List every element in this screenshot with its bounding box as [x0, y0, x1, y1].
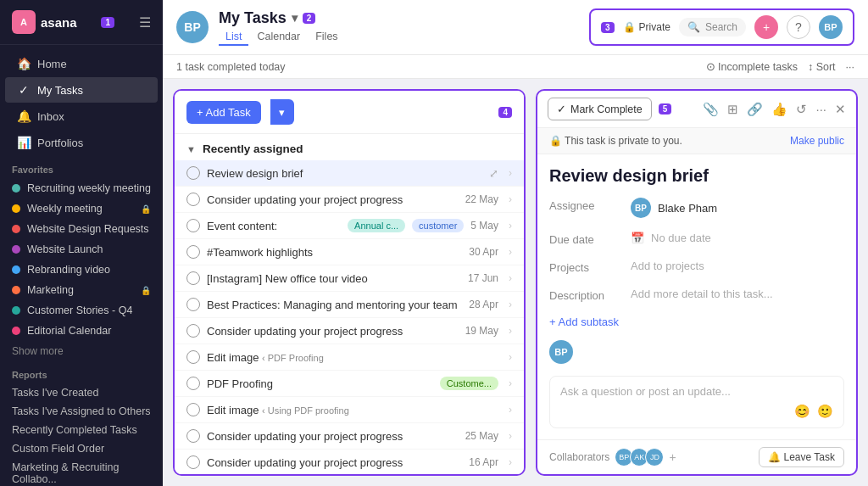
- emoji-icon[interactable]: 😊: [794, 404, 810, 419]
- due-date-value[interactable]: 📅 No due date: [631, 232, 711, 244]
- favorite-item-0[interactable]: Recruiting weekly meeting: [0, 178, 163, 198]
- asana-logo: A asana: [12, 10, 77, 34]
- task-row[interactable]: Consider updating your project progress …: [175, 423, 524, 450]
- favorite-item-2[interactable]: Website Design Requests: [0, 219, 163, 239]
- task-name-8: PDF Proofing: [207, 377, 433, 390]
- expand-icon-0: ⤢: [489, 167, 498, 180]
- assignee-value[interactable]: BP Blake Pham: [631, 198, 717, 218]
- task-chevron-11: ›: [509, 456, 512, 468]
- assignee-name: Blake Pham: [658, 202, 717, 215]
- comment-input[interactable]: Ask a question or post an update...: [560, 385, 787, 419]
- show-more-link[interactable]: Show more: [0, 341, 163, 361]
- report-item-3[interactable]: Custom Field Order: [0, 439, 163, 458]
- like-icon[interactable]: 👍: [771, 102, 787, 117]
- leave-task-button[interactable]: 🔔 Leave Task: [759, 447, 844, 467]
- task-row[interactable]: Consider updating your project progress …: [175, 318, 524, 344]
- more-icon[interactable]: ···: [815, 102, 826, 116]
- sidebar-item-portfolios[interactable]: 📊 Portfolios: [5, 130, 158, 155]
- projects-value[interactable]: Add to projects: [631, 260, 704, 272]
- sidebar-item-home[interactable]: 🏠 Home: [5, 51, 158, 76]
- task-checkbox-2[interactable]: [186, 219, 200, 232]
- task-row[interactable]: Consider updating your project progress …: [175, 450, 524, 476]
- task-row[interactable]: PDF Proofing Custome... ›: [175, 371, 524, 397]
- task-checkbox-5[interactable]: [186, 298, 200, 311]
- close-icon[interactable]: ✕: [835, 102, 846, 117]
- task-row[interactable]: [Instagram] New office tour video 17 Jun…: [175, 265, 524, 292]
- refresh-icon[interactable]: ↺: [796, 102, 807, 117]
- link-icon[interactable]: 🔗: [747, 102, 763, 117]
- task-checkbox-7[interactable]: [186, 350, 200, 364]
- task-row[interactable]: Consider updating your project progress …: [175, 187, 524, 213]
- subtask-icon[interactable]: ⊞: [727, 102, 738, 117]
- add-task-button[interactable]: + Add Task: [186, 101, 261, 124]
- task-checkbox-9[interactable]: [186, 403, 200, 416]
- mark-complete-button[interactable]: ✓ Mark Complete: [548, 98, 652, 120]
- section-recently-assigned[interactable]: ▼ Recently assigned: [175, 134, 524, 160]
- sidebar-item-inbox[interactable]: 🔔 Inbox: [5, 103, 158, 129]
- make-public-link[interactable]: Make public: [790, 135, 844, 147]
- task-checkbox-6[interactable]: [186, 324, 200, 338]
- favorite-item-6[interactable]: Customer Stories - Q4: [0, 300, 163, 321]
- help-button[interactable]: ?: [787, 15, 810, 39]
- comment-avatar: BP: [549, 340, 573, 364]
- detail-icons: 📎 ⊞ 🔗 👍 ↺ ··· ✕: [703, 102, 846, 117]
- favorite-dot-0: [12, 184, 20, 193]
- smile-icon[interactable]: 🙂: [817, 404, 833, 419]
- task-row[interactable]: Edit image ‹ Using PDF proofing ›: [175, 397, 524, 423]
- favorite-item-4[interactable]: Rebranding video: [0, 260, 163, 280]
- task-checkbox-10[interactable]: [186, 429, 200, 443]
- task-row[interactable]: #Teamwork highlights 30 Apr ›: [175, 239, 524, 265]
- more-options-button[interactable]: ···: [846, 61, 854, 73]
- add-button[interactable]: +: [754, 15, 778, 39]
- add-task-dropdown-button[interactable]: ▾: [270, 99, 294, 125]
- task-chevron-10: ›: [509, 430, 512, 442]
- report-item-1[interactable]: Tasks I've Assigned to Others: [0, 402, 163, 421]
- search-icon: 🔍: [687, 21, 700, 33]
- home-icon: 🏠: [17, 57, 31, 70]
- task-date-1: 22 May: [465, 193, 498, 205]
- title-dropdown-arrow[interactable]: ▾: [292, 11, 298, 25]
- task-list-header: + Add Task ▾ 4: [175, 91, 524, 134]
- report-item-0[interactable]: Tasks I've Created: [0, 383, 163, 402]
- task-checkbox-0[interactable]: [186, 166, 200, 180]
- task-row[interactable]: Review design brief ⤢ ›: [175, 160, 524, 187]
- attachment-icon[interactable]: 📎: [703, 102, 719, 117]
- favorite-item-1[interactable]: Weekly meeting 🔒: [0, 198, 163, 219]
- add-collaborator-button[interactable]: +: [669, 450, 676, 464]
- favorite-item-7[interactable]: Editorial Calendar: [0, 321, 163, 341]
- tab-files[interactable]: Files: [309, 29, 344, 46]
- tab-calendar[interactable]: Calendar: [250, 29, 307, 46]
- task-checkbox-11[interactable]: [186, 455, 200, 469]
- favorite-item-3[interactable]: Website Launch: [0, 239, 163, 260]
- search-box[interactable]: 🔍 Search: [679, 18, 746, 36]
- comment-area[interactable]: Ask a question or post an update... 😊 🙂: [549, 376, 844, 428]
- assignee-label: Assignee: [549, 198, 617, 212]
- sort-button[interactable]: ↕ Sort: [808, 61, 836, 73]
- incomplete-icon: ⊙: [706, 61, 715, 73]
- task-name-10: Consider updating your project progress: [207, 430, 459, 443]
- task-chevron-8: ›: [509, 377, 512, 389]
- hamburger-icon[interactable]: ☰: [139, 14, 151, 31]
- collaborator-avatars: BP AK JD: [615, 448, 664, 466]
- incomplete-tasks-filter[interactable]: ⊙ Incomplete tasks: [706, 60, 798, 73]
- projects-field: Projects Add to projects: [537, 253, 856, 281]
- favorite-item-5[interactable]: Marketing 🔒: [0, 280, 163, 300]
- report-item-4[interactable]: Marketing & Recruiting Collabo...: [0, 458, 163, 486]
- my-tasks-icon: ✓: [17, 83, 31, 97]
- description-value[interactable]: Add more detail to this task...: [631, 288, 773, 300]
- task-row[interactable]: Event content: Annual c... customer 5 Ma…: [175, 213, 524, 239]
- sidebar-item-my-tasks[interactable]: ✓ My Tasks: [5, 77, 158, 103]
- add-subtask-button[interactable]: + Add subtask: [537, 309, 856, 335]
- task-checkbox-3[interactable]: [186, 245, 200, 259]
- task-checkbox-1[interactable]: [186, 193, 200, 206]
- task-checkbox-4[interactable]: [186, 271, 200, 285]
- task-row[interactable]: Edit image ‹ PDF Proofing ›: [175, 344, 524, 371]
- check-icon: ✓: [557, 103, 566, 115]
- tab-row: List Calendar Files: [219, 29, 345, 46]
- report-item-2[interactable]: Recently Completed Tasks: [0, 421, 163, 439]
- user-avatar-small[interactable]: BP: [819, 15, 843, 39]
- lock-icon: 🔒: [623, 21, 636, 33]
- tab-list[interactable]: List: [219, 29, 248, 46]
- task-checkbox-8[interactable]: [186, 377, 200, 390]
- task-row[interactable]: Best Practices: Managing and mentoring y…: [175, 292, 524, 318]
